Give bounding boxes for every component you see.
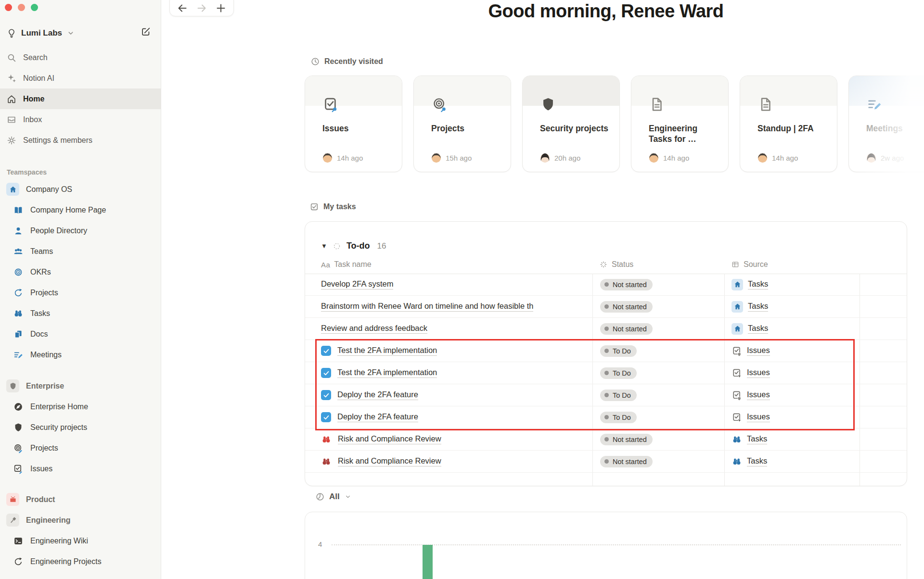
avatar — [431, 153, 441, 163]
card-title: Standup | 2FA — [757, 123, 830, 134]
column-header-source[interactable]: Source — [731, 260, 768, 269]
bar-value-4[interactable] — [423, 545, 433, 579]
sidebar-item-label: Meetings — [30, 351, 62, 359]
sidebar-item-search[interactable]: Search — [0, 47, 161, 68]
status-badge[interactable]: To Do — [600, 390, 637, 401]
close-window-button[interactable] — [5, 4, 12, 11]
sidebar-item-issues[interactable]: Issues — [0, 458, 161, 479]
sidebar-item-engineering-projects[interactable]: Engineering Projects — [0, 551, 161, 572]
teamspaces-section-label: Teamspaces — [7, 168, 47, 176]
checked-checkbox[interactable] — [321, 412, 331, 422]
new-tab-plus-icon[interactable] — [215, 2, 227, 14]
status-badge[interactable]: Not started — [600, 323, 653, 335]
sidebar-item-enterprise[interactable]: Enterprise — [0, 376, 161, 396]
sidebar-item-product[interactable]: Product — [0, 489, 161, 510]
sidebar-menu: Search Notion AI Home Inbox Settings & m… — [0, 47, 161, 151]
check-icon — [323, 392, 330, 399]
sidebar-item-engineering[interactable]: Engineering — [0, 510, 161, 530]
source-link[interactable]: Tasks — [747, 434, 767, 444]
column-header-status[interactable]: Status — [599, 260, 633, 269]
table-row[interactable]: Deploy the 2FA feature To Do Issues — [305, 406, 907, 428]
table-row[interactable]: Test the 2FA implementation To Do Issues — [305, 362, 907, 384]
card-timestamp: 15h ago — [446, 154, 472, 162]
sidebar-item-notion-ai[interactable]: Notion AI — [0, 68, 161, 88]
document-icon — [649, 96, 665, 113]
source-link[interactable]: Issues — [747, 346, 770, 356]
table-row[interactable]: Risk and Compliance Review Not started T… — [305, 428, 907, 451]
minimize-window-button[interactable] — [18, 4, 25, 11]
back-arrow-icon[interactable] — [177, 2, 188, 14]
forward-arrow-icon[interactable] — [196, 2, 207, 14]
checked-checkbox[interactable] — [321, 390, 331, 400]
table-row[interactable]: Test the 2FA implementation To Do Issues — [305, 340, 907, 362]
task-name-link[interactable]: Review and address feedback — [321, 324, 427, 334]
recent-card-engineering-tasks[interactable]: Engineering Tasks for … 14h ago — [631, 76, 729, 172]
dashed-circle-status-icon — [333, 242, 341, 251]
table-row[interactable]: Review and address feedback Not started … — [305, 318, 907, 340]
source-link[interactable]: Tasks — [748, 324, 768, 334]
sidebar-item-company-os[interactable]: Company OS — [0, 179, 161, 200]
status-badge[interactable]: To Do — [600, 367, 637, 379]
check-icon — [323, 414, 330, 421]
source-link[interactable]: Tasks — [747, 456, 767, 466]
zoom-window-button[interactable] — [31, 4, 38, 11]
status-badge[interactable]: Not started — [600, 434, 653, 445]
sidebar-item-teams[interactable]: Teams — [0, 241, 161, 262]
todo-group-header[interactable]: ▼ To-do 16 — [321, 241, 386, 251]
sidebar-item-home[interactable]: Home — [0, 88, 161, 109]
meeting-notes-icon — [866, 96, 883, 113]
recent-card-security-projects[interactable]: Security projects 20h ago — [522, 76, 620, 172]
source-link[interactable]: Tasks — [748, 279, 768, 290]
section-label: Recently visited — [324, 57, 383, 66]
sidebar-item-inbox[interactable]: Inbox — [0, 109, 161, 130]
task-name-link[interactable]: Test the 2FA implementation — [337, 368, 437, 378]
sidebar-item-tasks[interactable]: Tasks — [0, 303, 161, 324]
task-name-link[interactable]: Risk and Compliance Review — [338, 434, 441, 444]
sidebar-item-docs[interactable]: Docs — [0, 324, 161, 344]
sidebar-item-company-home-page[interactable]: Company Home Page — [0, 200, 161, 220]
new-page-compose-button[interactable] — [141, 26, 151, 37]
task-name-link[interactable]: Test the 2FA implementation — [337, 346, 437, 356]
recent-card-issues[interactable]: Issues 14h ago — [305, 76, 402, 172]
source-link[interactable]: Tasks — [748, 302, 768, 312]
task-name-link[interactable]: Deploy the 2FA feature — [337, 412, 418, 422]
sidebar-item-okrs[interactable]: OKRs — [0, 262, 161, 282]
checked-checkbox[interactable] — [321, 346, 331, 356]
checkbox-cursor-icon — [732, 412, 742, 423]
inbox-icon — [6, 114, 17, 125]
workspace-switcher[interactable]: Lumi Labs — [6, 25, 155, 41]
recent-card-meetings[interactable]: Meetings 2w ago — [848, 76, 924, 172]
collapse-triangle-icon[interactable]: ▼ — [321, 242, 327, 250]
task-name-link[interactable]: Deploy the 2FA feature — [337, 390, 418, 400]
source-link[interactable]: Issues — [747, 390, 770, 400]
sidebar-item-people-directory[interactable]: People Directory — [0, 220, 161, 241]
sidebar-item-settings[interactable]: Settings & members — [0, 130, 161, 151]
task-name-link[interactable]: Brainstorm with Renee Ward on timeline a… — [321, 302, 533, 312]
sidebar-item-meetings[interactable]: Meetings — [0, 344, 161, 365]
sidebar-item-projects[interactable]: Projects — [0, 282, 161, 303]
status-badge[interactable]: To Do — [600, 345, 637, 357]
task-name-link[interactable]: Develop 2FA system — [321, 279, 393, 290]
table-row[interactable]: Risk and Compliance Review Not started T… — [305, 451, 907, 473]
table-row[interactable]: Brainstorm with Renee Ward on timeline a… — [305, 296, 907, 318]
source-link[interactable]: Issues — [747, 368, 770, 378]
recent-card-standup-2fa[interactable]: Standup | 2FA 14h ago — [740, 76, 837, 172]
status-badge[interactable]: Not started — [600, 456, 653, 467]
checked-checkbox[interactable] — [321, 368, 331, 378]
recent-card-projects[interactable]: Projects 15h ago — [413, 76, 511, 172]
sidebar-item-engineering-wiki[interactable]: Engineering Wiki — [0, 530, 161, 551]
column-header-task-name[interactable]: Aa Task name — [321, 260, 372, 269]
table-row[interactable]: Develop 2FA system Not started Tasks — [305, 274, 907, 296]
y-axis-tick-label: 4 — [318, 540, 322, 548]
sidebar-item-enterprise-home[interactable]: Enterprise Home — [0, 396, 161, 417]
status-badge[interactable]: To Do — [600, 412, 637, 423]
all-section-header[interactable]: All — [315, 492, 352, 502]
status-badge[interactable]: Not started — [600, 301, 653, 313]
checkbox-icon — [309, 202, 319, 212]
sidebar-item-security-projects[interactable]: Security projects — [0, 417, 161, 438]
status-badge[interactable]: Not started — [600, 279, 653, 290]
sidebar-item-enterprise-projects[interactable]: Projects — [0, 438, 161, 458]
task-name-link[interactable]: Risk and Compliance Review — [338, 456, 441, 466]
table-row[interactable]: Deploy the 2FA feature To Do Issues — [305, 384, 907, 406]
source-link[interactable]: Issues — [747, 412, 770, 422]
